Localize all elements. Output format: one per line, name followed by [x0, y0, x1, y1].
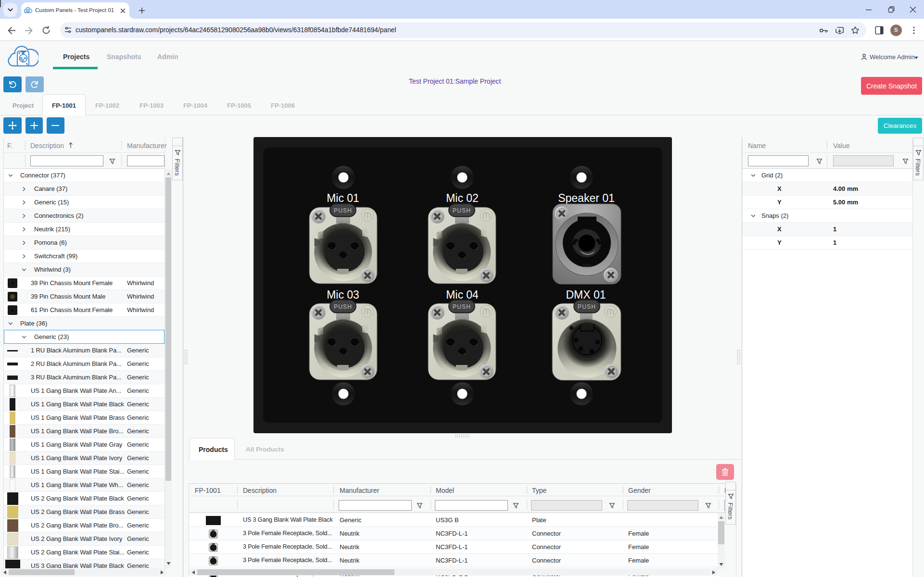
svg-text:Mic 01: Mic 01: [327, 192, 359, 204]
svg-text:Mic 02: Mic 02: [446, 192, 479, 204]
svg-text:DMX 01: DMX 01: [566, 288, 606, 301]
svg-text:Speaker 01: Speaker 01: [558, 192, 615, 204]
svg-text:Mic 04: Mic 04: [446, 288, 479, 301]
svg-text:Mic 03: Mic 03: [327, 288, 359, 301]
